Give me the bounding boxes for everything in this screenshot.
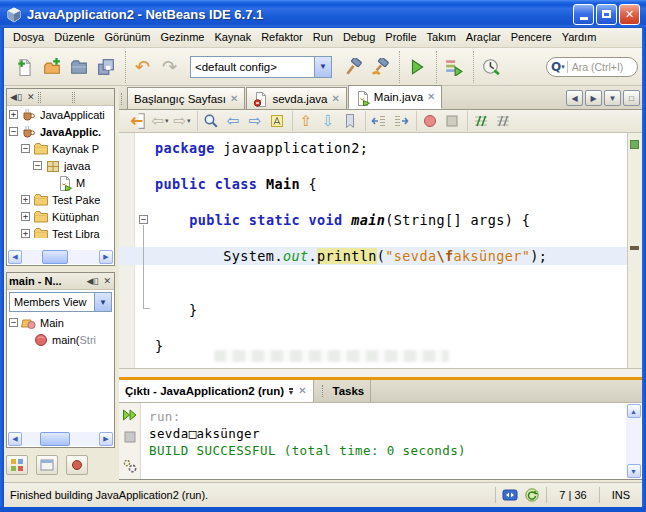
combo-dropdown-button[interactable]: ▼ <box>94 293 111 311</box>
menu-item-araçlar[interactable]: Araçlar <box>461 28 506 47</box>
shift-left-button[interactable] <box>368 111 390 131</box>
project-item-0[interactable]: +JavaApplicati <box>7 106 114 123</box>
menu-item-görünüm[interactable]: Görünüm <box>100 28 156 47</box>
last-edit-button[interactable] <box>127 111 149 131</box>
output-console[interactable]: run:sevda□aksüngerBUILD SUCCESSFUL (tota… <box>119 403 642 480</box>
menu-item-profile[interactable]: Profile <box>380 28 421 47</box>
code-line-6[interactable]: System.out.println("sevda\faksünger"); <box>119 247 627 265</box>
code-line-1[interactable] <box>119 157 627 175</box>
scroll-tabs-right-icon[interactable]: ▶ <box>585 90 602 106</box>
menu-item-gezinme[interactable]: Gezinme <box>155 28 209 47</box>
minimized-window-button-1[interactable] <box>6 455 28 475</box>
tree-expand-handle[interactable]: + <box>21 229 30 238</box>
code-line-5[interactable] <box>119 229 627 247</box>
scroll-left-icon[interactable]: ◀ <box>8 250 22 264</box>
code-line-4[interactable]: public static void main(String[] args) { <box>119 211 627 229</box>
panel-minimize-icon[interactable]: ◀▯ <box>86 277 100 286</box>
output-vscrollbar[interactable]: ▲ ▼ <box>626 404 641 478</box>
stop-macro-button[interactable] <box>441 111 463 131</box>
code-line-3[interactable] <box>119 193 627 211</box>
bm-toggle-button[interactable] <box>339 111 361 131</box>
project-item-7[interactable]: +Test Libra <box>7 225 114 238</box>
uncomment-button[interactable] <box>492 111 514 131</box>
config-combobox[interactable]: <default config> ▼ <box>190 56 332 78</box>
close-button[interactable]: ✕ <box>619 4 640 25</box>
project-item-5[interactable]: +Test Pake <box>7 191 114 208</box>
shift-right-button[interactable] <box>390 111 412 131</box>
navigator-item-0[interactable]: −Main <box>7 314 114 331</box>
open-project-button[interactable] <box>65 53 92 80</box>
quick-search[interactable]: Q ▾ <box>546 57 638 77</box>
find-next-button[interactable]: ⇨ <box>244 111 266 131</box>
find-prev-button[interactable]: ⇦ <box>222 111 244 131</box>
code-line-7[interactable] <box>119 265 627 283</box>
profile-button[interactable] <box>477 53 504 80</box>
menu-item-debug[interactable]: Debug <box>338 28 380 47</box>
navigator-item-1[interactable]: main(Stri <box>7 331 114 348</box>
menu-item-dosya[interactable]: Dosya <box>8 28 49 47</box>
panel-close-icon[interactable]: ✕ <box>102 277 112 286</box>
scroll-down-icon[interactable]: ▼ <box>627 464 641 478</box>
minimized-window-button-2[interactable] <box>36 455 58 475</box>
code-fold-icon[interactable]: − <box>139 215 148 224</box>
panel-minimize-icon[interactable]: ◀▯ <box>9 93 23 102</box>
tree-expand-handle[interactable]: − <box>33 161 42 170</box>
code-line-2[interactable]: public class Main { <box>119 175 627 193</box>
tree-expand-handle[interactable]: + <box>9 110 18 119</box>
chevron-down-icon[interactable]: ▾ <box>289 388 293 395</box>
search-input[interactable] <box>570 60 628 74</box>
code-line-9[interactable]: } <box>119 301 627 319</box>
debug-button[interactable] <box>440 53 467 80</box>
tree-expand-handle[interactable]: − <box>21 144 30 153</box>
maximize-editor-icon[interactable]: □ <box>623 90 640 106</box>
menu-item-yardım[interactable]: Yardım <box>557 28 602 47</box>
title-bar[interactable]: JavaApplication2 - NetBeans IDE 6.7.1 ✕ <box>0 0 646 28</box>
code-editor[interactable]: package javaapplication2;public class Ma… <box>119 133 642 368</box>
code-line-0[interactable]: package javaapplication2; <box>119 139 627 157</box>
code-line-8[interactable] <box>119 283 627 301</box>
sync-icon[interactable] <box>502 487 518 503</box>
opened-documents-icon[interactable]: ▼ <box>604 90 621 106</box>
maximize-button[interactable] <box>596 4 617 25</box>
bm-next-button[interactable]: ⇩ <box>317 111 339 131</box>
editor-tab-2[interactable]: Main.java✕ <box>348 85 443 109</box>
tab-tasks[interactable]: Tasks <box>314 380 372 402</box>
forward-button[interactable]: ⇨▾ <box>171 111 193 131</box>
editor-tab-0[interactable]: Başlangıç Sayfası✕ <box>127 87 245 109</box>
run-button[interactable] <box>403 53 430 80</box>
menu-item-takım[interactable]: Takım <box>422 28 461 47</box>
minimized-window-button-3[interactable] <box>66 455 88 475</box>
scroll-left-icon[interactable]: ◀ <box>8 432 22 446</box>
highlight-button[interactable] <box>266 111 288 131</box>
find-button[interactable] <box>200 111 222 131</box>
scroll-right-icon[interactable]: ▶ <box>99 250 113 264</box>
tree-expand-handle[interactable]: + <box>21 195 30 204</box>
editor-hscrollbar[interactable] <box>119 368 642 377</box>
close-tab-icon[interactable]: ✕ <box>298 386 306 396</box>
new-file-button[interactable] <box>11 53 38 80</box>
tab-output[interactable]: Çıktı - JavaApplication2 (run) ▾ ✕ <box>119 380 314 402</box>
project-item-3[interactable]: −javaa <box>7 157 114 174</box>
project-item-2[interactable]: −Kaynak P <box>7 140 114 157</box>
clean-build-button[interactable] <box>366 53 393 80</box>
tree-expand-handle[interactable]: − <box>9 318 18 327</box>
record-macro-button[interactable] <box>419 111 441 131</box>
editor-tab-1[interactable]: sevda.java✕ <box>246 87 346 109</box>
scroll-up-icon[interactable]: ▲ <box>627 404 641 418</box>
navigator-view-combobox[interactable]: Members View ▼ <box>9 292 112 312</box>
undo-button[interactable]: ↶ <box>129 53 156 80</box>
new-project-button[interactable] <box>38 53 65 80</box>
comment-button[interactable] <box>470 111 492 131</box>
combo-dropdown-button[interactable]: ▼ <box>314 57 331 77</box>
back-button[interactable]: ⇦▾ <box>149 111 171 131</box>
save-all-button[interactable] <box>92 53 119 80</box>
close-tab-icon[interactable]: ✕ <box>331 94 339 104</box>
navigator-hscrollbar[interactable]: ◀ ▶ <box>8 432 113 446</box>
projects-hscrollbar[interactable]: ◀ ▶ <box>8 250 113 264</box>
menu-item-düzenle[interactable]: Düzenle <box>49 28 99 47</box>
redo-button[interactable]: ↷ <box>156 53 183 80</box>
close-tab-icon[interactable]: ✕ <box>230 94 238 104</box>
search-dropdown-icon[interactable]: ▾ <box>561 63 565 71</box>
error-stripe[interactable] <box>627 133 642 368</box>
menu-item-kaynak[interactable]: Kaynak <box>209 28 256 47</box>
